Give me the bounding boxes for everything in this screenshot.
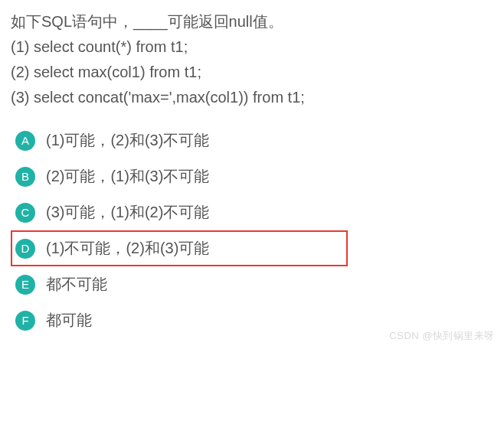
option-b[interactable]: B (2)可能，(1)和(3)不可能 xyxy=(11,158,493,194)
option-bullet-d: D xyxy=(15,239,35,259)
options-list: A (1)可能，(2)和(3)不可能 B (2)可能，(1)和(3)不可能 C … xyxy=(11,122,493,338)
option-text-b: (2)可能，(1)和(3)不可能 xyxy=(46,166,209,187)
option-e[interactable]: E 都不可能 xyxy=(11,266,493,302)
option-bullet-f: F xyxy=(15,311,35,331)
option-text-d: (1)不可能，(2)和(3)可能 xyxy=(46,238,209,259)
question-line-2: (1) select count(*) from t1; xyxy=(11,34,493,60)
option-text-e: 都不可能 xyxy=(46,274,107,295)
question-block: 如下SQL语句中，____可能返回null值。 (1) select count… xyxy=(11,9,493,110)
question-line-4: (3) select concat('max=',max(col1)) from… xyxy=(11,85,493,110)
option-text-f: 都可能 xyxy=(46,310,92,331)
option-text-a: (1)可能，(2)和(3)不可能 xyxy=(46,130,209,151)
option-bullet-e: E xyxy=(15,275,35,295)
question-line-3: (2) select max(col1) from t1; xyxy=(11,60,493,85)
question-line-1: 如下SQL语句中，____可能返回null值。 xyxy=(11,9,493,34)
option-bullet-c: C xyxy=(15,203,35,223)
option-bullet-a: A xyxy=(15,131,35,151)
watermark: CSDN @快到锅里来呀 xyxy=(389,329,495,343)
option-d[interactable]: D (1)不可能，(2)和(3)可能 xyxy=(11,230,348,266)
option-bullet-b: B xyxy=(15,167,35,187)
option-c[interactable]: C (3)可能，(1)和(2)不可能 xyxy=(11,194,493,230)
option-a[interactable]: A (1)可能，(2)和(3)不可能 xyxy=(11,122,493,158)
option-text-c: (3)可能，(1)和(2)不可能 xyxy=(46,202,209,223)
